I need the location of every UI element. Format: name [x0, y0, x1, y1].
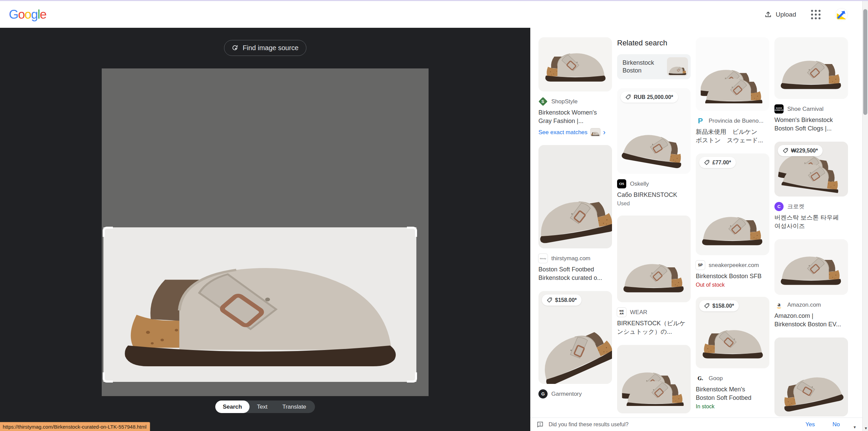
avatar[interactable]: [835, 8, 848, 21]
result-source[interactable]: C크로켓: [774, 202, 848, 211]
query-image-panel: Find image source Search Text Translate: [0, 28, 530, 431]
feedback-no-button[interactable]: No: [832, 421, 840, 428]
result-title[interactable]: 버켄스탁 보스톤 타우페 여성사이즈: [774, 213, 848, 230]
price-badge: $158.00*: [699, 300, 739, 311]
google-logo[interactable]: Google: [9, 7, 46, 22]
dim-overlay-bottom: [102, 382, 429, 396]
result-source[interactable]: SHOECARNIVALShoe Carnival: [774, 104, 848, 114]
related-search-chip[interactable]: Birkenstock Boston: [617, 54, 691, 79]
price-tag-icon: [704, 303, 710, 309]
find-image-source-button[interactable]: Find image source: [224, 40, 307, 56]
crop-handle-bottom-right[interactable]: [407, 372, 417, 383]
result-photo[interactable]: [617, 345, 691, 413]
see-exact-matches-label: See exact matches: [538, 129, 588, 136]
result-title[interactable]: Birkenstock Men's Boston Soft Footbed: [696, 385, 769, 402]
product-photo-illustration: [544, 48, 607, 84]
result-title[interactable]: Boston Soft Footbed Birkenstock curated …: [538, 265, 612, 282]
result-source[interactable]: WEARWEAR: [617, 308, 691, 317]
price-badge: RUB 25,000.00*: [620, 91, 678, 103]
see-exact-matches-link[interactable]: See exact matches›: [538, 128, 612, 136]
result-photo[interactable]: [774, 337, 848, 416]
result-title[interactable]: BIRKENSTOCK（ビルケ ンシュトック）の...: [617, 319, 691, 336]
result-photo[interactable]: $158.00*: [538, 291, 612, 384]
stock-status: Used: [617, 201, 691, 207]
result-title[interactable]: Сабо BIRKENSTOCK: [617, 191, 691, 199]
result-source-name: 크로켓: [787, 203, 805, 210]
result-source[interactable]: PProvincia de Bueno...: [696, 116, 769, 125]
stock-status: Out of stock: [696, 282, 769, 288]
price-badge: $158.00*: [542, 294, 581, 306]
result-title[interactable]: Women's Birkenstock Boston Soft Clogs |.…: [774, 116, 848, 133]
product-photo-illustration: [619, 125, 688, 171]
upload-button[interactable]: Upload: [764, 11, 796, 18]
result-photo[interactable]: [774, 37, 848, 99]
result-source-name: Shoe Carnival: [787, 106, 824, 112]
garmentory-favicon: G: [538, 389, 548, 398]
result-source[interactable]: SPsneakerpeeker.com: [696, 261, 769, 270]
result-photo[interactable]: [774, 239, 848, 295]
sneakerpeeker-favicon: SP: [696, 261, 705, 270]
result-title[interactable]: Amazon.com | Birkenstock Boston EV...: [774, 312, 848, 329]
status-url: https://thirstymag.com/Birkenstock-curat…: [3, 424, 146, 430]
product-photo-illustration: [668, 65, 687, 76]
lens-mode-tabs: Search Text Translate: [215, 401, 315, 413]
crop-handle-top-left[interactable]: [103, 227, 113, 237]
result-source-name: thirstymag.com: [551, 255, 590, 262]
result-source[interactable]: aAmazon.com: [774, 300, 848, 309]
result-photo[interactable]: RUB 25,000.00*: [617, 88, 691, 174]
google-logo-letter: G: [9, 7, 18, 21]
result-source[interactable]: thirstythirstymag.com: [538, 254, 612, 263]
result-photo[interactable]: [696, 37, 769, 111]
dim-overlay-right: [416, 227, 429, 382]
result-source[interactable]: GGarmentory: [538, 389, 612, 398]
scrollbar-secondary-arrow[interactable]: ▾: [853, 425, 856, 430]
crop-handle-top-right[interactable]: [407, 227, 417, 237]
related-search-chip-label: Birkenstock Boston: [623, 59, 660, 75]
tab-search[interactable]: Search: [215, 401, 250, 413]
product-photo-illustration: [701, 325, 764, 361]
result-source[interactable]: SShopStyle: [538, 97, 612, 106]
scrollbar-thumb[interactable]: [863, 9, 867, 115]
result-source[interactable]: OSOskelly: [617, 179, 691, 188]
price-label: RUB 25,000.00*: [634, 94, 673, 100]
result-source[interactable]: G.Goop: [696, 374, 769, 383]
result-source-name: sneakerpeeker.com: [709, 262, 759, 269]
crop-handle-bottom-left[interactable]: [103, 372, 113, 383]
provincia-favicon: P: [696, 116, 705, 125]
price-label: ₩229,500*: [791, 148, 818, 154]
result-photo[interactable]: [617, 216, 691, 302]
tab-text[interactable]: Text: [250, 401, 275, 413]
result-photo[interactable]: $158.00*: [696, 297, 769, 368]
google-apps-icon[interactable]: [811, 10, 821, 19]
feedback-yes-button[interactable]: Yes: [806, 421, 815, 428]
result-title[interactable]: 新品未使用 ビルケン ボストン スウェード...: [696, 128, 769, 145]
query-image[interactable]: [102, 68, 429, 396]
google-logo-letter: g: [31, 7, 37, 21]
product-photo-illustration: [701, 64, 764, 103]
result-source-name: Goop: [709, 375, 723, 382]
price-label: $158.00*: [555, 297, 577, 303]
tab-translate[interactable]: Translate: [275, 401, 314, 413]
window-edge-strip: [0, 0, 868, 1]
find-image-source-label: Find image source: [243, 44, 299, 52]
amazon-smile: [777, 307, 781, 308]
exact-match-thumbnail: [591, 128, 600, 136]
google-logo-letter: o: [18, 7, 24, 21]
result-photo[interactable]: £77.00*: [696, 153, 769, 255]
product-photo-illustration: [780, 55, 843, 91]
result-photo[interactable]: [538, 37, 612, 91]
scrollbar-down-arrow[interactable]: ▾: [865, 426, 867, 431]
product-photo-illustration: [538, 189, 612, 247]
vertical-scrollbar[interactable]: ▾: [862, 1, 868, 431]
thirstymag-favicon: thirsty: [538, 254, 548, 263]
price-badge: £77.00*: [699, 157, 736, 168]
result-photo[interactable]: [538, 145, 612, 248]
result-title[interactable]: Birkenstock Boston SFB: [696, 272, 769, 281]
product-photo-illustration: [622, 259, 686, 295]
query-clog-illustration: [117, 249, 401, 375]
croket-favicon: C: [774, 202, 784, 211]
results-column-1: SShopStyleBirkenstock Women's Gray Fashi…: [538, 37, 612, 398]
result-title[interactable]: Birkenstock Women's Gray Fashion |...: [538, 108, 612, 125]
result-photo[interactable]: ₩229,500*: [774, 142, 848, 197]
image-source-icon: [232, 44, 239, 52]
